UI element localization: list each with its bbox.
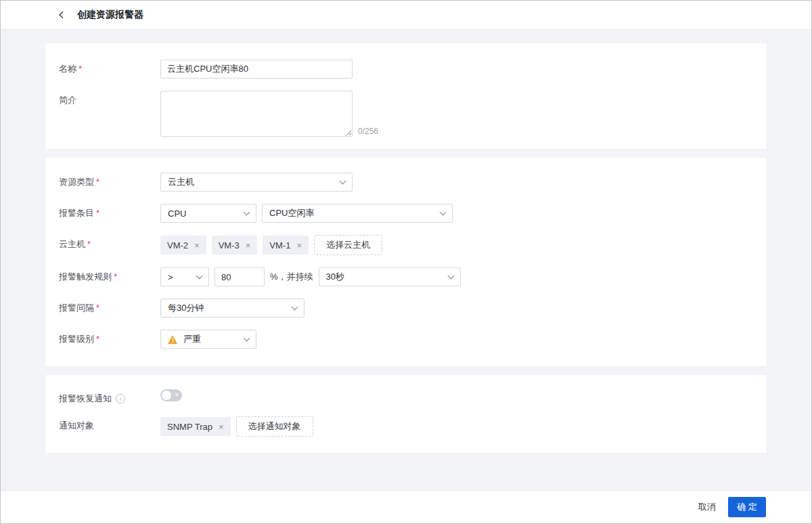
required-mark: *: [87, 239, 91, 249]
name-input[interactable]: [160, 60, 353, 79]
chevron-down-icon: [440, 209, 447, 215]
level-select[interactable]: ! 严重: [160, 330, 256, 349]
vm-tag: VM-2 ×: [160, 236, 206, 255]
char-counter: 0/256: [358, 127, 378, 137]
required-mark: *: [96, 177, 99, 187]
remove-tag-icon[interactable]: ×: [219, 422, 224, 431]
trigger-duration-select[interactable]: 30秒: [319, 267, 461, 286]
recovery-notify-toggle[interactable]: ×: [160, 389, 182, 401]
alarm-item-row: 报警条目* CPU CPU空闲率: [59, 204, 753, 223]
resource-type-label: 资源类型: [59, 177, 94, 187]
create-resource-alarm-page: 创建资源报警器 名称* 简介 0/256: [0, 0, 812, 524]
required-mark: *: [78, 64, 82, 74]
trigger-threshold-input[interactable]: [215, 267, 265, 286]
chevron-down-icon: [292, 303, 298, 310]
alarm-item-metric-select[interactable]: CPU空闲率: [262, 204, 453, 223]
form-content: 名称* 简介 0/256 资源类型*: [1, 30, 811, 490]
vm-tag: VM-1 ×: [263, 236, 309, 255]
description-label: 简介: [59, 91, 160, 106]
warning-triangle-icon: !: [168, 335, 178, 344]
level-label: 报警级别: [59, 334, 94, 344]
vm-label: 云主机: [59, 239, 85, 249]
resource-type-select[interactable]: 云主机: [160, 173, 353, 192]
recovery-notify-row: 报警恢复通知 i ×: [59, 389, 753, 404]
confirm-button[interactable]: 确 定: [728, 497, 766, 517]
notify-target-label: 通知对象: [59, 416, 160, 431]
select-notify-target-button[interactable]: 选择通知对象: [236, 416, 313, 437]
recovery-notify-label: 报警恢复通知: [59, 393, 112, 404]
basic-info-card: 名称* 简介 0/256: [45, 43, 767, 149]
required-mark: *: [96, 334, 99, 344]
resource-type-row: 资源类型* 云主机: [59, 173, 753, 192]
description-row: 简介 0/256: [59, 91, 753, 137]
description-textarea[interactable]: [160, 91, 353, 137]
trigger-rule-label: 报警触发规则: [59, 271, 112, 282]
remove-tag-icon[interactable]: ×: [246, 241, 251, 250]
chevron-left-icon: [58, 11, 66, 19]
interval-label: 报警间隔: [59, 303, 94, 313]
chevron-down-icon: [340, 177, 346, 184]
back-button[interactable]: [55, 8, 68, 22]
interval-select[interactable]: 每30分钟: [160, 299, 304, 318]
vm-tag: VM-3 ×: [212, 236, 258, 255]
cancel-button[interactable]: 取消: [698, 501, 716, 513]
select-vm-button[interactable]: 选择云主机: [314, 235, 382, 255]
chevron-down-icon: [196, 272, 203, 279]
trigger-connector-text: %，并持续: [270, 271, 313, 283]
notification-card: 报警恢复通知 i × 通知对象 SNMP Trap ×: [45, 375, 767, 453]
trigger-rule-row: 报警触发规则* > %，并持续 30秒: [59, 267, 753, 286]
remove-tag-icon[interactable]: ×: [194, 241, 200, 250]
info-icon[interactable]: i: [116, 394, 125, 403]
chevron-down-icon: [447, 272, 454, 279]
vm-row: 云主机* VM-2 × VM-3 × VM-1 × 选择云主机: [59, 235, 753, 255]
alarm-item-label: 报警条目: [59, 208, 94, 218]
required-mark: *: [114, 271, 117, 282]
toggle-off-icon: ×: [175, 392, 179, 399]
page-header: 创建资源报警器: [1, 1, 811, 30]
chevron-down-icon: [244, 334, 250, 341]
remove-tag-icon[interactable]: ×: [296, 241, 302, 250]
notify-target-row: 通知对象 SNMP Trap × 选择通知对象: [59, 416, 753, 437]
required-mark: *: [96, 208, 99, 218]
page-title: 创建资源报警器: [77, 9, 143, 21]
name-label: 名称*: [59, 60, 160, 74]
trigger-operator-select[interactable]: >: [160, 267, 209, 286]
page-footer: 取消 确 定: [1, 490, 811, 523]
notify-target-tag: SNMP Trap ×: [160, 417, 231, 436]
alarm-item-category-select[interactable]: CPU: [160, 204, 256, 223]
interval-row: 报警间隔* 每30分钟: [59, 299, 753, 318]
level-row: 报警级别* ! 严重: [59, 330, 753, 349]
name-row: 名称*: [59, 60, 753, 79]
alarm-config-card: 资源类型* 云主机 报警条目* CPU: [45, 158, 767, 366]
chevron-down-icon: [244, 209, 250, 215]
required-mark: *: [96, 303, 99, 313]
